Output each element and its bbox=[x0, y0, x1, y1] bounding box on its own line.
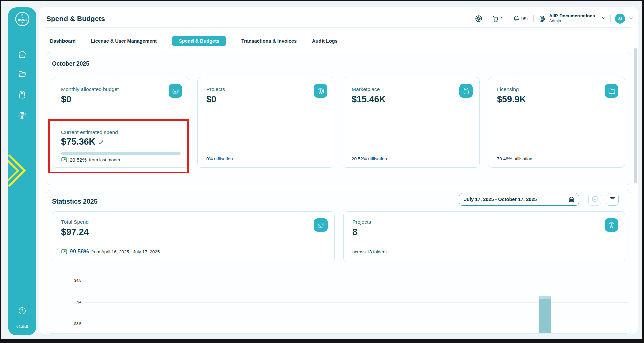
y-tick-label: $4.5 bbox=[56, 278, 81, 282]
notifications-button[interactable]: 99+ bbox=[512, 15, 529, 23]
tab-dashboard[interactable]: Dashboard bbox=[50, 38, 76, 44]
header-divider bbox=[46, 27, 630, 28]
sidebar-chevron-decoration bbox=[8, 152, 30, 190]
card-projects: Projects $0 0% utilisation bbox=[197, 77, 334, 168]
card-value: $15.46K bbox=[352, 94, 386, 105]
projects-hexagon-icon bbox=[605, 218, 618, 232]
money-icon bbox=[169, 84, 182, 98]
user-menu[interactable]: SI bbox=[615, 14, 633, 24]
sidebar-item-home[interactable] bbox=[8, 50, 36, 60]
money-icon bbox=[314, 218, 328, 232]
folder-icon bbox=[605, 84, 618, 98]
sidebar-item-marketplace[interactable] bbox=[8, 90, 36, 100]
card-total-spend: Total Spend $97.24 bbox=[52, 211, 335, 262]
marketplace-bag-icon bbox=[18, 90, 27, 101]
main-panel: Spend & Budgets 1 bbox=[39, 7, 638, 334]
card-value: $0 bbox=[206, 94, 216, 105]
sidebar-item-organization[interactable] bbox=[8, 111, 36, 121]
help-icon: ? bbox=[18, 306, 27, 317]
change-percent: 20.52% bbox=[70, 157, 87, 163]
projects-hexagon-icon bbox=[314, 84, 327, 98]
page-title: Spend & Budgets bbox=[46, 15, 105, 23]
marketplace-bag-icon bbox=[459, 84, 473, 98]
change-text: from April 16, 2025 - July 17, 2025 bbox=[91, 249, 160, 254]
bell-icon bbox=[512, 15, 520, 23]
app-version: v1.5.0 bbox=[8, 324, 36, 329]
tab-license-user-management[interactable]: License & User Management bbox=[91, 38, 157, 44]
filter-button[interactable] bbox=[606, 193, 619, 206]
org-role: Admin bbox=[549, 19, 595, 24]
cart-icon bbox=[492, 15, 500, 23]
avatar: SI bbox=[615, 14, 625, 24]
card-title: Monthly allocated budget bbox=[61, 86, 119, 92]
estimated-spend-value: $75.36K bbox=[61, 137, 95, 147]
section-heading-october: October 2025 bbox=[52, 60, 89, 67]
change-indicator: 20.52% from last month bbox=[61, 157, 120, 163]
estimated-spend-title: Current estimated spend bbox=[61, 129, 118, 135]
trend-up-icon bbox=[61, 249, 67, 255]
tab-spend-budgets[interactable]: Spend & Budgets bbox=[172, 36, 226, 46]
organization-icon bbox=[18, 111, 27, 121]
notifications-count-badge: 99+ bbox=[521, 16, 529, 21]
tab-transactions-invoices[interactable]: Transactions & Invoices bbox=[241, 38, 297, 44]
org-name: AIIP-Documentations bbox=[549, 13, 595, 19]
filter-icon bbox=[609, 195, 616, 203]
app-window: B A BAYER E R bbox=[0, 0, 644, 343]
organization-icon bbox=[538, 15, 546, 23]
header-actions: 1 99+ bbox=[475, 13, 633, 24]
tab-bar: Dashboard License & User Management Spen… bbox=[50, 36, 338, 46]
utilisation-text: 0% utilisation bbox=[206, 156, 233, 161]
folders-count-text: across 13 folders bbox=[352, 249, 387, 254]
y-tick-label: $3.5 bbox=[56, 322, 81, 326]
sidebar-item-folders[interactable] bbox=[8, 70, 36, 80]
sidebar: B A BAYER E R bbox=[8, 7, 36, 335]
org-selector[interactable]: AIIP-Documentations Admin bbox=[538, 13, 606, 24]
divider bbox=[610, 15, 611, 22]
change-text: from last month bbox=[89, 157, 120, 162]
card-value: $59.9K bbox=[497, 94, 526, 105]
cart-button[interactable]: 1 bbox=[492, 15, 503, 23]
chart-bar-cap bbox=[539, 296, 551, 299]
divider bbox=[487, 15, 487, 22]
chart-bar bbox=[539, 296, 551, 334]
card-value: $97.24 bbox=[61, 227, 89, 237]
date-range-value: July 17, 2025 - October 17, 2025 bbox=[464, 197, 568, 202]
section-heading-statistics: Statistics 2025 bbox=[52, 198, 98, 205]
section-october: October 2025 Monthly allocated budget $0… bbox=[46, 52, 631, 185]
card-title: Total Spend bbox=[61, 219, 89, 225]
card-title: Projects bbox=[352, 219, 371, 225]
utilisation-text: 79.48% utilisation bbox=[497, 156, 532, 161]
home-icon bbox=[18, 50, 27, 60]
vertical-scrollbar[interactable] bbox=[634, 48, 637, 183]
card-licensing: Licensing $59.9K 79.48% utilisation bbox=[488, 77, 625, 168]
edit-pencil-icon[interactable] bbox=[99, 139, 104, 145]
folders-icon bbox=[18, 70, 27, 80]
svg-text:R: R bbox=[21, 23, 23, 26]
trend-up-icon bbox=[61, 157, 67, 163]
tab-audit-logs[interactable]: Audit Logs bbox=[312, 38, 338, 44]
date-range-picker[interactable]: July 17, 2025 - October 17, 2025 bbox=[459, 193, 579, 206]
card-title: Marketplace bbox=[352, 86, 380, 92]
download-button[interactable] bbox=[588, 193, 601, 206]
cart-count-badge: 1 bbox=[501, 16, 503, 21]
calendar-icon bbox=[568, 196, 575, 203]
sidebar-item-help[interactable]: ? bbox=[8, 306, 36, 316]
card-title: Projects bbox=[206, 86, 225, 92]
budget-progress-bar bbox=[61, 152, 181, 155]
change-indicator: 99.58% from April 16, 2025 - July 17, 20… bbox=[61, 248, 160, 255]
divider bbox=[508, 15, 508, 22]
card-value: $0 bbox=[61, 94, 71, 105]
section-statistics: Statistics 2025 July 17, 2025 - October … bbox=[46, 190, 631, 334]
divider bbox=[533, 15, 534, 22]
svg-text:?: ? bbox=[21, 309, 24, 313]
chevron-down-icon bbox=[601, 16, 606, 22]
support-gear-icon[interactable] bbox=[475, 15, 483, 23]
card-marketplace: Marketplace $15.46K 20.52% utilisation bbox=[343, 77, 480, 168]
chevron-down-icon bbox=[629, 16, 633, 22]
card-monthly-allocated-budget: Monthly allocated budget $0 Current esti… bbox=[52, 77, 189, 168]
card-title: Licensing bbox=[497, 86, 519, 92]
card-projects-count: Projects 8 across 13 folders bbox=[343, 211, 625, 262]
bayer-logo: B A BAYER E R bbox=[8, 11, 36, 27]
download-icon bbox=[591, 195, 598, 204]
y-tick-label: $4 bbox=[56, 300, 81, 304]
